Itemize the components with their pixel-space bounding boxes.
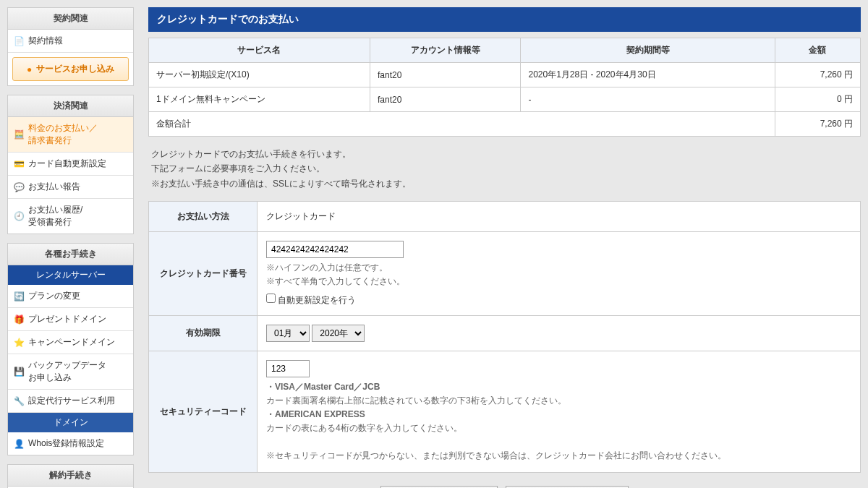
- gift-icon: 🎁: [14, 314, 24, 325]
- document-icon: 📄: [14, 36, 24, 46]
- col-period: 契約期間等: [521, 38, 775, 63]
- card-hint: ※ハイフンの入力は任意です。 ※すべて半角で入力してください。: [266, 261, 851, 288]
- sidebar-item-label: お支払い履歴/ 受領書発行: [28, 204, 82, 228]
- wrench-icon: 🔧: [14, 396, 24, 406]
- sidebar-item-label: サービスお申し込み: [36, 63, 114, 75]
- sidebar-item-label: Whois登録情報設定: [28, 437, 104, 450]
- label-payment-method: お支払い方法: [149, 202, 258, 232]
- security-code-hint: ・VISA／Master Card／JCB カード裏面署名欄右上部に記載されてい…: [266, 380, 851, 463]
- sidebar-item-payment-report[interactable]: 💬 お支払い報告: [8, 176, 133, 199]
- sidebar-item-label: プレゼントドメイン: [28, 313, 106, 325]
- sidebar-item-card-auto[interactable]: 💳 カード自動更新設定: [8, 153, 133, 176]
- payment-form: お支払い方法 クレジットカード クレジットカード番号 ※ハイフンの入力は任意です…: [148, 201, 861, 473]
- service-apply-button[interactable]: ● サービスお申し込み: [12, 57, 129, 81]
- card-icon: 💳: [14, 159, 24, 169]
- person-icon: 👤: [14, 439, 24, 449]
- sidebar-item-whois[interactable]: 👤 Whois登録情報設定: [8, 432, 133, 455]
- label-security-code: セキュリティーコード: [149, 351, 258, 472]
- sidebar-item-present-domain[interactable]: 🎁 プレゼントドメイン: [8, 308, 133, 331]
- label-card-number: クレジットカード番号: [149, 232, 258, 315]
- sidebar-procedures-block: 各種お手続き レンタルサーバー 🔄 プランの変更 🎁 プレゼントドメイン ⭐ キ…: [7, 243, 134, 455]
- sidebar-item-label: カード自動更新設定: [28, 158, 106, 170]
- sidebar-item-label: お支払い報告: [28, 181, 80, 193]
- sidebar-rental-header: レンタルサーバー: [8, 265, 133, 285]
- sidebar-payment-block: 決済関連 🧮 料金のお支払い／ 請求書発行 💳 カード自動更新設定 💬 お支払い…: [7, 95, 134, 234]
- sidebar-item-label: バックアップデータ お申し込み: [28, 359, 106, 384]
- auto-renew-label[interactable]: 自動更新設定を行う: [266, 295, 356, 305]
- sidebar-procedures-title: 各種お手続き: [8, 244, 133, 265]
- sidebar-cancel-title: 解約手続き: [8, 465, 133, 487]
- plus-icon: ●: [27, 64, 32, 74]
- clock-icon: 🕘: [14, 211, 24, 221]
- sidebar-contract-block: 契約関連 📄 契約情報 ● サービスお申し込み: [7, 7, 134, 86]
- sidebar-domain-header: ドメイン: [8, 413, 133, 432]
- sidebar-item-invoice[interactable]: 🧮 料金のお支払い／ 請求書発行: [8, 117, 133, 153]
- table-total-row: 金額合計 7,260 円: [149, 112, 861, 137]
- speech-icon: 💬: [14, 182, 24, 192]
- sidebar-item-plan-change[interactable]: 🔄 プランの変更: [8, 285, 133, 308]
- auto-renew-checkbox[interactable]: [266, 294, 276, 303]
- value-payment-method: クレジットカード: [258, 202, 861, 232]
- security-code-input[interactable]: [266, 360, 310, 377]
- col-service: サービス名: [149, 38, 370, 63]
- sidebar-item-label: キャンペーンドメイン: [28, 336, 115, 348]
- description-text: クレジットカードでのお支払い手続きを行います。 下記フォームに必要事項をご入力く…: [151, 147, 858, 191]
- sidebar-item-label: 料金のお支払い／ 請求書発行: [28, 122, 98, 147]
- disk-icon: 💾: [14, 367, 24, 377]
- sidebar-item-backup[interactable]: 💾 バックアップデータ お申し込み: [8, 354, 133, 390]
- sidebar-item-campaign-domain[interactable]: ⭐ キャンペーンドメイン: [8, 331, 133, 354]
- sidebar-item-label: プランの変更: [28, 290, 80, 302]
- expiry-month-select[interactable]: 01月: [266, 325, 310, 342]
- sidebar-item-label: 契約情報: [28, 35, 63, 47]
- sidebar-contract-title: 契約関連: [8, 8, 133, 30]
- refresh-icon: 🔄: [14, 291, 24, 301]
- card-number-input[interactable]: [266, 241, 404, 258]
- col-amount: 金額: [775, 38, 860, 63]
- sidebar-cancel-block: 解約手続き ✖ 解約: [7, 464, 134, 488]
- order-table: サービス名 アカウント情報等 契約期間等 金額 サーバー初期設定/(X10) f…: [148, 38, 861, 137]
- table-row: 1ドメイン無料キャンペーン fant20 - 0 円: [149, 87, 861, 112]
- sidebar-item-setup-service[interactable]: 🔧 設定代行サービス利用: [8, 390, 133, 413]
- page-title: クレジットカードでのお支払い: [148, 7, 861, 32]
- calculator-icon: 🧮: [14, 129, 24, 140]
- label-expiry: 有効期限: [149, 315, 258, 351]
- star-icon: ⭐: [14, 338, 24, 348]
- expiry-year-select[interactable]: 2020年: [312, 325, 365, 342]
- sidebar-item-payment-history[interactable]: 🕘 お支払い履歴/ 受領書発行: [8, 199, 133, 234]
- sidebar-item-label: 設定代行サービス利用: [28, 395, 115, 407]
- col-account: アカウント情報等: [370, 38, 521, 63]
- table-row: サーバー初期設定/(X10) fant20 2020年1月28日 - 2020年…: [149, 63, 861, 87]
- sidebar-item-contract-info[interactable]: 📄 契約情報: [8, 30, 133, 53]
- sidebar-payment-title: 決済関連: [8, 95, 133, 117]
